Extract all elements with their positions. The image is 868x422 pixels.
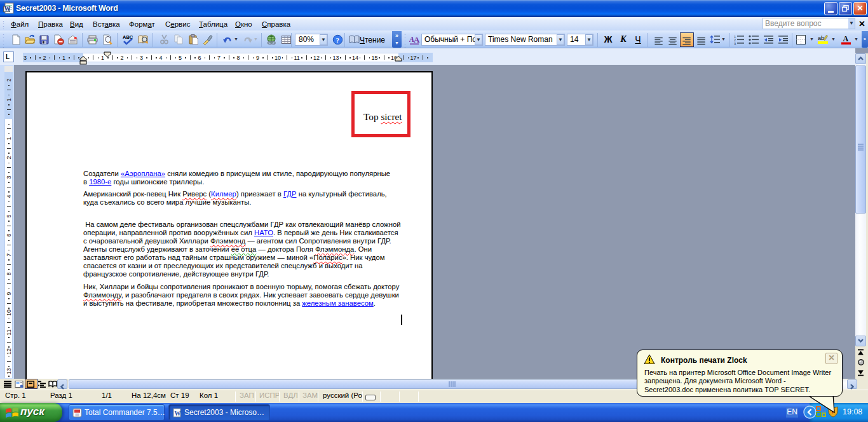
svg-text:A: A [414, 35, 420, 44]
svg-text:?: ? [336, 36, 339, 44]
svg-text:ab: ab [818, 35, 824, 41]
svg-text:3: 3 [734, 42, 736, 46]
svg-text:W: W [4, 5, 11, 12]
svg-text:W: W [174, 410, 180, 417]
svg-text:A: A [843, 34, 849, 43]
